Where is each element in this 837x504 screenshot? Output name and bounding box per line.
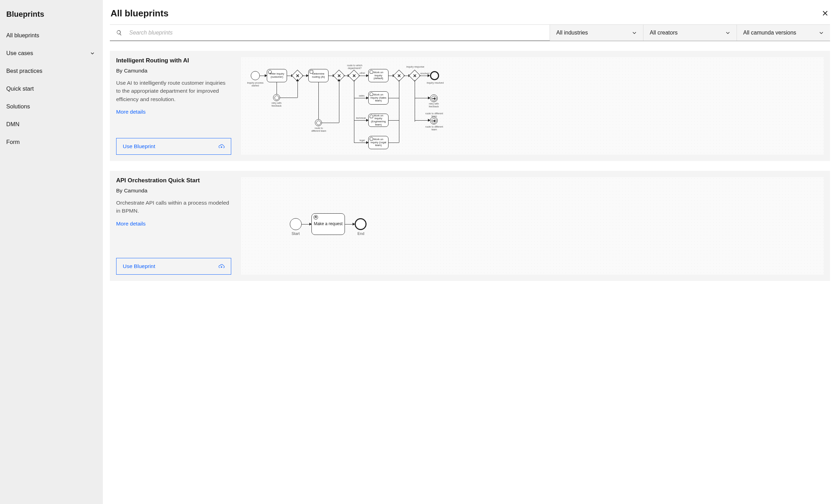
- bpmn-task-enter-inquiry: Enter inquiry (customer): [267, 69, 287, 82]
- bpmn-label: route to different team: [424, 112, 445, 117]
- user-task-icon: [370, 115, 373, 118]
- user-task-icon: [370, 137, 373, 140]
- bpmn-label: legal: [360, 139, 365, 142]
- bpmn-label: sales: [359, 94, 364, 97]
- bpmn-label: route to different team: [310, 127, 327, 132]
- search-box[interactable]: [110, 25, 550, 41]
- dropdown-label: All creators: [650, 30, 678, 36]
- sidebar-item-quick-start[interactable]: Quick start: [0, 80, 103, 98]
- card-info: API Orchestration Quick Start By Camunda…: [116, 177, 231, 275]
- sidebar-item-solutions[interactable]: Solutions: [0, 98, 103, 115]
- bpmn-label: retry with feedback: [270, 102, 284, 107]
- card-title: Intelligent Routing with AI: [116, 57, 231, 64]
- blueprint-card: API Orchestration Quick Start By Camunda…: [110, 171, 830, 281]
- sidebar-item-best-practices[interactable]: Best practices: [0, 62, 103, 80]
- use-blueprint-label: Use Blueprint: [123, 263, 155, 269]
- bpmn-link-event: [430, 94, 438, 102]
- card-info: Intelligent Routing with AI By Camunda U…: [116, 57, 231, 155]
- bpmn-task-work-engineering: Work on inquiry (Engineering team): [368, 114, 389, 127]
- bpmn-task-work-sales: Work on inquiry (Sales team): [368, 91, 389, 105]
- bpmn-label: inquiry resolved: [427, 82, 444, 84]
- chevron-down-icon: [725, 30, 730, 35]
- card-author: By Camunda: [116, 68, 231, 74]
- dropdown-versions[interactable]: All camunda versions: [737, 25, 830, 41]
- sidebar-item-label: All blueprints: [6, 32, 39, 39]
- bpmn-end-event: [355, 218, 367, 230]
- user-task-icon: [268, 70, 272, 74]
- bpmn-label: Start: [292, 231, 300, 236]
- search-input[interactable]: [129, 30, 543, 36]
- filter-bar: All industries All creators All camunda …: [110, 24, 830, 41]
- download-cloud-icon: [218, 263, 225, 269]
- bpmn-label: End: [357, 231, 364, 236]
- rest-connector-icon: R: [314, 215, 318, 220]
- page-title: All blueprints: [111, 8, 168, 19]
- bpmn-label: technical: [356, 117, 366, 120]
- use-blueprint-button[interactable]: Use Blueprint: [116, 258, 231, 275]
- dropdown-creators[interactable]: All creators: [643, 25, 737, 41]
- bpmn-boundary-event: [315, 119, 322, 126]
- chevron-down-icon: [90, 51, 95, 56]
- sidebar-item-label: Best practices: [6, 68, 43, 74]
- sidebar-item-label: Form: [6, 139, 20, 145]
- bpmn-link-event: [430, 117, 438, 124]
- bpmn-start-event: [290, 218, 302, 230]
- sidebar-item-use-cases[interactable]: Use cases: [0, 44, 103, 62]
- sidebar-item-dmn[interactable]: DMN: [0, 115, 103, 133]
- close-icon: [822, 10, 828, 16]
- sidebar-title: Blueprints: [0, 10, 103, 26]
- bpmn-task-work-legal: Work on inquiry (Legal team): [368, 136, 389, 149]
- close-button[interactable]: [821, 8, 829, 19]
- dropdown-industries[interactable]: All industries: [550, 25, 643, 41]
- download-cloud-icon: [218, 143, 225, 150]
- card-description: Orchestrate API calls within a process m…: [116, 199, 231, 215]
- sidebar-item-label: Solutions: [6, 103, 30, 110]
- bpmn-label: inquiry response: [405, 66, 426, 68]
- main-header: All blueprints: [110, 8, 830, 24]
- card-description: Use AI to intelligently route customer i…: [116, 79, 231, 103]
- chevron-down-icon: [819, 30, 824, 35]
- sidebar: Blueprints All blueprints Use cases Best…: [0, 0, 103, 504]
- bpmn-label: route to different team: [424, 125, 444, 131]
- sidebar-item-label: Use cases: [6, 50, 33, 56]
- bpmn-boundary-event: [273, 94, 280, 101]
- bpmn-label: other: [360, 72, 365, 75]
- more-details-link[interactable]: More details: [116, 109, 231, 115]
- app-root: Blueprints All blueprints Use cases Best…: [0, 0, 837, 504]
- sidebar-item-label: DMN: [6, 121, 20, 128]
- bpmn-task-make-request: R Make a request: [311, 213, 345, 235]
- bpmn-task-work-default: Work on inquiry (default): [368, 69, 389, 82]
- card-author: By Camunda: [116, 188, 231, 194]
- bpmn-diagram: Start R Make a request End: [241, 177, 824, 275]
- bpmn-start-event: [251, 71, 260, 80]
- card-list: Intelligent Routing with AI By Camunda U…: [110, 51, 830, 281]
- user-task-icon: [370, 92, 373, 96]
- more-details-link[interactable]: More details: [116, 221, 231, 227]
- bpmn-diagram: inquiry process started Enter inquiry (c…: [241, 57, 824, 155]
- blueprint-card: Intelligent Routing with AI By Camunda U…: [110, 51, 830, 161]
- main-content: All blueprints All industries All creato…: [103, 0, 837, 504]
- bpmn-label: route to which department?: [344, 64, 365, 69]
- bpmn-label: retry with feedback: [426, 102, 442, 108]
- service-task-icon: [310, 70, 313, 74]
- card-title: API Orchestration Quick Start: [116, 177, 231, 184]
- bpmn-label: inquiry process started: [246, 82, 265, 87]
- user-task-icon: [370, 70, 373, 74]
- sidebar-item-form[interactable]: Form: [0, 133, 103, 151]
- bpmn-end-event: [430, 71, 439, 80]
- search-icon: [116, 30, 122, 36]
- bpmn-task-determine-routing: Determine routing (AI): [308, 69, 329, 82]
- sidebar-item-all-blueprints[interactable]: All blueprints: [0, 26, 103, 44]
- dropdown-label: All industries: [556, 30, 588, 36]
- use-blueprint-label: Use Blueprint: [123, 143, 155, 150]
- chevron-down-icon: [632, 30, 637, 35]
- use-blueprint-button[interactable]: Use Blueprint: [116, 138, 231, 155]
- dropdown-label: All camunda versions: [743, 30, 796, 36]
- sidebar-item-label: Quick start: [6, 85, 34, 92]
